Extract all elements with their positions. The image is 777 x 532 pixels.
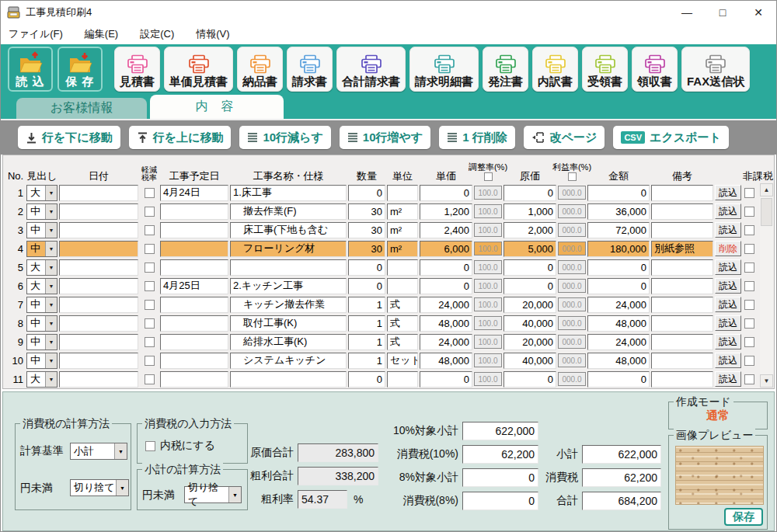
heading-select[interactable]: 中 ▼ [26, 315, 57, 332]
profit-rate-input[interactable]: 000.0 [558, 372, 586, 386]
date-input[interactable] [59, 222, 138, 238]
price-input[interactable]: 24,000 [420, 334, 472, 350]
action-button-4[interactable]: 1 行削除 [439, 126, 515, 149]
amount-input[interactable]: 48,000 [587, 353, 650, 369]
chevron-down-icon[interactable]: ▼ [45, 297, 57, 312]
cost-input[interactable]: 0 [503, 278, 556, 294]
note-input[interactable] [651, 259, 713, 276]
inclusive-tax-checkbox[interactable] [145, 441, 155, 451]
adjust-rate-input[interactable]: 100.0 [474, 353, 502, 367]
tax-exempt-checkbox[interactable] [744, 374, 754, 384]
profit-rate-input[interactable]: 000.0 [558, 279, 586, 293]
profit-rate-input[interactable]: 000.0 [558, 223, 586, 237]
tax-exempt-checkbox[interactable] [744, 318, 754, 329]
date-input[interactable] [59, 315, 138, 332]
name-input[interactable]: キッチン撤去作業 [230, 297, 347, 313]
qty-input[interactable]: 1 [348, 297, 385, 313]
print-button-9[interactable]: 領収書 [632, 47, 678, 92]
name-input[interactable]: 給排水工事(K) [230, 334, 347, 350]
schedule-input[interactable] [160, 353, 228, 369]
note-input[interactable] [651, 185, 713, 201]
image-load-button[interactable]: 読込 [715, 203, 741, 219]
cost-input[interactable]: 5,000 [503, 241, 556, 257]
date-input[interactable] [59, 278, 138, 294]
tax-value[interactable]: 62,200 [582, 468, 661, 487]
print-button-5[interactable]: 請求明細書 [409, 47, 479, 92]
tax-exempt-checkbox[interactable] [744, 263, 754, 273]
profit-rate-input[interactable]: 000.0 [558, 204, 586, 218]
unit-input[interactable] [387, 371, 418, 388]
heading-select[interactable]: 大 ▼ [26, 185, 57, 201]
tax-round-select[interactable]: 切り捨て ▼ [70, 479, 129, 496]
chevron-down-icon[interactable]: ▼ [45, 316, 57, 331]
date-input[interactable] [59, 297, 138, 313]
amount-input[interactable]: 24,000 [587, 297, 650, 313]
image-load-button[interactable]: 読込 [715, 278, 741, 294]
image-load-button[interactable]: 読込 [715, 185, 741, 200]
tax8-value[interactable]: 0 [462, 492, 538, 510]
scroll-up-icon[interactable]: ▲ [760, 183, 773, 196]
chevron-down-icon[interactable]: ▼ [228, 487, 241, 502]
reduced-tax-checkbox[interactable] [145, 281, 155, 291]
note-input[interactable] [651, 315, 713, 332]
print-button-8[interactable]: 受領書 [582, 47, 628, 92]
preview-save-button[interactable]: 保存 [724, 508, 763, 526]
adjust-rate-input[interactable]: 100.0 [474, 223, 502, 237]
tax-exempt-checkbox[interactable] [744, 337, 754, 347]
date-input[interactable] [59, 241, 138, 257]
note-input[interactable] [651, 371, 713, 388]
note-input[interactable]: 別紙参照 [651, 241, 713, 257]
price-input[interactable]: 6,000 [420, 241, 472, 257]
schedule-input[interactable] [160, 222, 228, 238]
print-button-4[interactable]: 合計請求書 [336, 47, 406, 92]
unit-input[interactable]: m² [387, 203, 418, 220]
tab-customer-info[interactable]: お客様情報 [16, 98, 147, 119]
load-button[interactable]: 読 込 [8, 47, 53, 92]
name-input[interactable]: フローリング材 [230, 241, 347, 257]
tax-exempt-checkbox[interactable] [744, 356, 754, 366]
subtotal8-value[interactable]: 0 [462, 468, 538, 487]
tax-exempt-checkbox[interactable] [744, 225, 754, 235]
adjust-rate-input[interactable]: 100.0 [474, 260, 502, 274]
reduced-tax-checkbox[interactable] [145, 300, 155, 310]
action-button-1[interactable]: 行を上に移動 [129, 126, 232, 149]
save-button[interactable]: 保 存 [57, 47, 103, 92]
heading-select[interactable]: 大 ▼ [26, 259, 57, 276]
name-input[interactable] [230, 371, 347, 388]
tab-contents[interactable]: 内 容 [150, 95, 284, 119]
print-button-7[interactable]: 内訳書 [532, 47, 578, 92]
chevron-down-icon[interactable]: ▼ [45, 204, 57, 219]
chevron-down-icon[interactable]: ▼ [45, 335, 57, 349]
amount-input[interactable]: 72,000 [587, 222, 650, 238]
menu-item-2[interactable]: 設定(C) [140, 27, 174, 41]
print-button-6[interactable]: 発注書 [483, 47, 528, 92]
cost-input[interactable]: 20,000 [503, 297, 556, 313]
print-button-0[interactable]: 見積書 [114, 47, 160, 92]
image-load-button[interactable]: 読込 [715, 371, 741, 387]
tax-exempt-checkbox[interactable] [744, 188, 754, 198]
date-input[interactable] [59, 203, 138, 220]
amount-input[interactable]: 48,000 [587, 315, 650, 332]
amount-input[interactable]: 24,000 [587, 334, 650, 350]
action-button-0[interactable]: 行を下に移動 [18, 126, 120, 149]
close-icon[interactable]: ✕ [740, 1, 776, 24]
price-input[interactable]: 48,000 [420, 315, 472, 332]
tax10-value[interactable]: 62,200 [462, 445, 538, 464]
cost-input[interactable]: 0 [503, 371, 556, 388]
adjust-rate-input[interactable]: 100.0 [474, 279, 502, 293]
reduced-tax-checkbox[interactable] [145, 337, 155, 347]
date-input[interactable] [59, 371, 138, 388]
chevron-down-icon[interactable]: ▼ [114, 443, 127, 459]
chevron-down-icon[interactable]: ▼ [45, 260, 57, 275]
price-input[interactable]: 0 [420, 371, 472, 388]
name-input[interactable]: システムキッチン [230, 353, 347, 369]
chevron-down-icon[interactable]: ▼ [45, 353, 57, 368]
heading-select[interactable]: 中 ▼ [26, 297, 57, 313]
subtotal-round-select[interactable]: 切り捨て ▼ [184, 486, 242, 503]
price-input[interactable]: 0 [420, 278, 472, 294]
heading-select[interactable]: 中 ▼ [26, 203, 57, 220]
qty-input[interactable]: 0 [348, 185, 385, 201]
qty-input[interactable]: 0 [348, 278, 385, 294]
price-input[interactable]: 0 [420, 185, 472, 201]
subtotal10-value[interactable]: 622,000 [462, 422, 538, 440]
